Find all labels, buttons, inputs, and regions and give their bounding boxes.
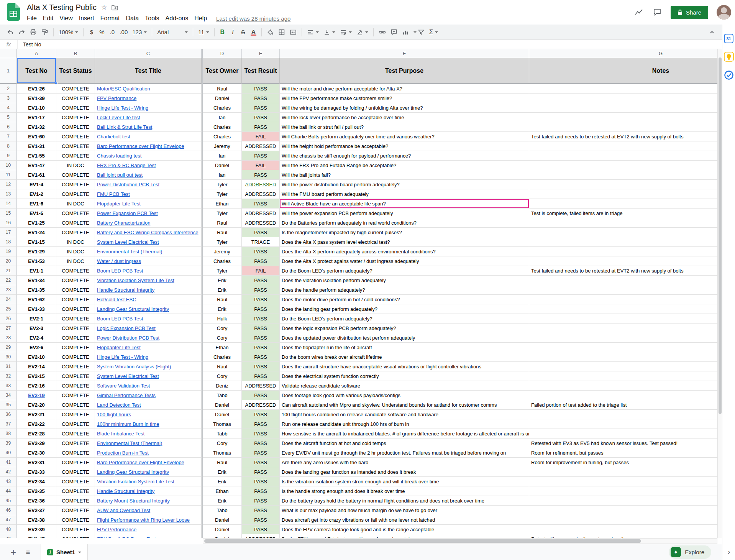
redo-button[interactable] [16,27,28,37]
test-title-link[interactable]: FRX Pro & RC Range Test [97,163,156,168]
row-header[interactable]: 6 [0,122,17,132]
cell-notes[interactable]: Test is complete, failed items are in tr… [529,209,717,218]
header-cell-test-owner[interactable]: Test Owner [203,58,242,84]
increase-decimal-button[interactable]: .00 [117,27,130,37]
test-title-link[interactable]: Water / dust ingress [97,258,141,264]
cell-test-owner[interactable]: Erik [203,467,242,477]
cell-test-title[interactable]: 100 flight hours [95,410,202,419]
cell-test-result[interactable]: ADDRESSED [242,218,280,228]
cell-test-result[interactable]: PASS [242,343,280,352]
cell-test-result[interactable]: PASS [242,458,280,467]
cell-test-status[interactable]: COMPLETE [56,132,95,141]
cell-test-purpose[interactable]: Does the updated power distribution test… [280,333,529,343]
cell-notes[interactable] [529,343,717,352]
menu-edit[interactable]: Edit [40,14,57,23]
row-header[interactable]: 14 [0,199,17,209]
cell-test-result[interactable]: PASS [242,304,280,314]
insert-link-button[interactable] [376,27,388,37]
cell-test-purpose[interactable]: Will the chassis be stiff enough for pay… [280,151,529,161]
cell-test-result[interactable]: FAIL [242,161,280,170]
test-title-link[interactable]: FPV Performance [97,95,136,101]
test-title-link[interactable]: Vibration Isolation System Life Test [97,278,174,283]
vertical-scrollbar-thumb[interactable] [719,57,722,414]
cell-test-purpose[interactable]: Will the power expansion PCB perform ade… [280,209,529,218]
cell-test-no[interactable]: EV2-19 [17,391,56,400]
row-header[interactable]: 37 [0,419,17,429]
cell-test-owner[interactable]: Ian [203,170,242,180]
cell-test-purpose[interactable]: Do the FRX pro and Futaba transmitter pe… [280,534,529,538]
header-cell-notes[interactable]: Notes [529,58,717,84]
cell-test-status[interactable]: COMPLETE [56,170,95,180]
cell-test-result[interactable]: PASS [242,94,280,103]
cell-test-purpose[interactable]: Is the vibration isolation system stron … [280,477,529,486]
cell-test-no[interactable]: EV1-32 [17,122,56,132]
cell-test-result[interactable]: PASS [242,276,280,285]
test-title-link[interactable]: Boom LED PCB Test [97,268,143,274]
cell-test-purpose[interactable]: Does the vibration isolation perform ade… [280,276,529,285]
cell-notes[interactable] [529,285,717,295]
cell-test-title[interactable]: Chassis loading test [95,151,202,161]
functions-button[interactable]: Σ [427,27,441,37]
cell-test-status[interactable]: COMPLETE [56,333,95,343]
cell-test-result[interactable]: PASS [242,352,280,362]
cell-test-status[interactable]: COMPLETE [56,276,95,285]
test-title-link[interactable]: Power Expansion PCB Test [97,210,158,216]
cell-test-status[interactable]: COMPLETE [56,180,95,189]
test-title-link[interactable]: Environmental Test (Thermal) [97,249,162,255]
activity-icon[interactable] [634,7,644,17]
cell-test-no[interactable]: EV1-33 [17,304,56,314]
row-header[interactable]: 17 [0,228,17,237]
test-title-link[interactable]: Gimbal Performance Tests [97,392,156,398]
cell-test-title[interactable]: Handle Structural Integrity [95,486,202,496]
cell-test-status[interactable]: COMPLETE [56,496,95,506]
cell-notes[interactable] [529,94,717,103]
undo-button[interactable] [5,27,16,37]
cell-test-title[interactable]: FRX Pro & RC Range Test [95,161,202,170]
row-header[interactable]: 38 [0,429,17,438]
test-title-link[interactable]: Blade Imbalance Test [97,431,144,437]
cell-notes[interactable] [529,84,717,94]
cell-test-purpose[interactable]: Does the motor drive perform in hot / co… [280,295,529,304]
cell-test-purpose[interactable]: Does the aircraft structure have unaccep… [280,362,529,371]
text-wrap-button[interactable] [338,27,354,37]
cell-test-owner[interactable]: Erik [203,477,242,486]
row-header[interactable]: 8 [0,141,17,151]
cell-test-title[interactable]: Land Detection Test [95,400,202,410]
currency-format-button[interactable]: $ [86,27,97,37]
cell-notes[interactable] [529,189,717,199]
cell-test-owner[interactable]: Daniel [203,525,242,534]
cell-test-no[interactable]: EV2-33 [17,467,56,477]
cell-test-title[interactable]: FPV Performance [95,94,202,103]
cell-test-title[interactable]: Power Distribution PCB Test [95,333,202,343]
cell-test-owner[interactable]: Raul [203,295,242,304]
test-title-link[interactable]: Baro Performance over Flight Envelope [97,460,184,465]
cell-test-purpose[interactable]: Does the flopdapter run the life of airc… [280,343,529,352]
cell-test-owner[interactable]: Tabb [203,506,242,515]
cell-test-purpose[interactable]: Do the boom wires break over aircraft li… [280,352,529,362]
test-title-link[interactable]: Power Distribution PCB Test [97,335,159,341]
cell-test-owner[interactable]: Hulk [203,314,242,324]
cell-test-owner[interactable]: Cory [203,324,242,333]
calendar-icon[interactable]: 31 [724,34,733,43]
cell-test-result[interactable]: PASS [242,199,280,209]
cell-test-purpose[interactable]: Is the handle strong enough and does it … [280,486,529,496]
test-title-link[interactable]: Chassis loading test [97,153,141,159]
cell-test-result[interactable]: PASS [242,103,280,113]
cell-test-purpose[interactable]: What is our max payload and how much mar… [280,506,529,515]
test-title-link[interactable]: Battery Characterization [97,220,150,226]
cell-test-status[interactable]: COMPLETE [56,525,95,534]
cell-test-status[interactable]: COMPLETE [56,151,95,161]
document-title[interactable]: Alta X Testing Public [27,3,97,12]
cell-test-purpose[interactable]: Do the Boom LED's perform adequately? [280,266,529,276]
cell-test-owner[interactable]: Erik [203,304,242,314]
tasks-icon[interactable] [724,70,734,80]
cell-notes[interactable] [529,410,717,419]
filter-button[interactable] [411,27,427,37]
cell-test-purpose[interactable]: How senstive is the aircraft to imbalanc… [280,429,529,438]
cell-test-title[interactable]: Production Burn-in Test [95,448,202,458]
cell-test-purpose[interactable]: Will Active Blade have an acceptable lif… [280,199,529,209]
cell-test-status[interactable]: COMPLETE [56,410,95,419]
row-header[interactable]: 35 [0,400,17,410]
cell-test-status[interactable]: COMPLETE [56,371,95,381]
cell-test-owner[interactable]: Erik [203,285,242,295]
